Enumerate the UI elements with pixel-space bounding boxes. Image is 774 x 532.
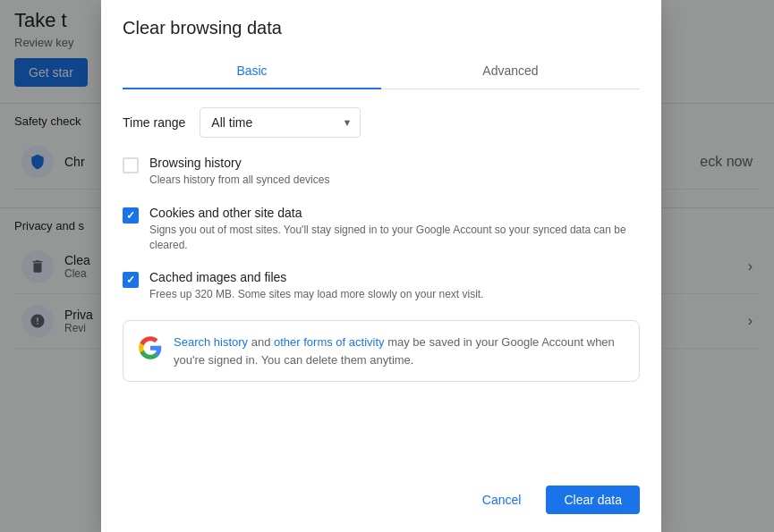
browsing-history-text: Browsing history Clears history from all… — [149, 156, 640, 188]
time-range-label: Time range — [123, 115, 185, 130]
clear-data-button[interactable]: Clear data — [546, 486, 640, 514]
info-box-text: Search history and other forms of activi… — [174, 334, 625, 368]
cookies-item: Cookies and other site data Signs you ou… — [123, 206, 640, 253]
cookies-checkbox-wrap — [123, 207, 139, 224]
clear-browsing-data-dialog: Clear browsing data Basic Advanced Time … — [101, 0, 661, 532]
cached-item: Cached images and files Frees up 320 MB.… — [123, 270, 640, 302]
cached-checkbox[interactable] — [123, 272, 139, 288]
browsing-history-title: Browsing history — [149, 156, 640, 170]
info-box: Search history and other forms of activi… — [123, 320, 640, 382]
dialog-header: Clear browsing data Basic Advanced — [101, 0, 661, 89]
info-text-and: and — [248, 335, 274, 349]
google-g-icon — [138, 335, 163, 360]
cached-desc: Frees up 320 MB. Some sites may load mor… — [149, 287, 640, 302]
cookies-desc: Signs you out of most sites. You'll stay… — [149, 223, 640, 253]
time-range-row: Time range Last hour Last 24 hours Last … — [123, 107, 640, 138]
dialog-tabs: Basic Advanced — [123, 53, 640, 89]
time-range-select-wrapper: Last hour Last 24 hours Last 7 days Last… — [200, 107, 361, 138]
other-activity-link[interactable]: other forms of activity — [274, 335, 385, 349]
cached-title: Cached images and files — [149, 270, 640, 284]
cached-checkbox-wrap — [123, 272, 139, 288]
cookies-title: Cookies and other site data — [149, 206, 640, 220]
dialog-title: Clear browsing data — [123, 18, 640, 38]
browsing-history-checkbox-wrap — [123, 157, 139, 173]
tab-advanced[interactable]: Advanced — [381, 53, 640, 89]
cookies-text: Cookies and other site data Signs you ou… — [149, 206, 640, 253]
tab-basic[interactable]: Basic — [123, 53, 381, 89]
time-range-select[interactable]: Last hour Last 24 hours Last 7 days Last… — [200, 107, 361, 138]
cookies-checkbox[interactable] — [123, 207, 139, 224]
cancel-button[interactable]: Cancel — [464, 486, 540, 514]
search-history-link[interactable]: Search history — [174, 335, 248, 349]
cached-text: Cached images and files Frees up 320 MB.… — [149, 270, 640, 302]
browsing-history-item: Browsing history Clears history from all… — [123, 156, 640, 188]
dialog-footer: Cancel Clear data — [101, 475, 661, 532]
browsing-history-checkbox[interactable] — [123, 157, 139, 173]
browsing-history-desc: Clears history from all synced devices — [149, 173, 640, 188]
dialog-body: Time range Last hour Last 24 hours Last … — [101, 89, 661, 475]
